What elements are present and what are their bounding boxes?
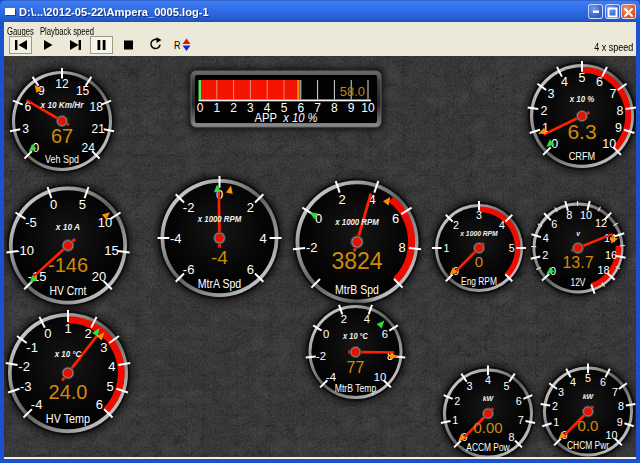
svg-text:-4: -4: [326, 371, 336, 383]
svg-text:3: 3: [547, 87, 554, 101]
svg-text:24: 24: [82, 141, 96, 155]
svg-text:CHCM Pwr: CHCM Pwr: [567, 440, 610, 451]
svg-text:-4: -4: [211, 247, 228, 268]
svg-text:0: 0: [315, 211, 322, 226]
svg-text:-146: -146: [48, 254, 88, 276]
svg-text:4: 4: [485, 374, 491, 386]
svg-text:-6: -6: [183, 262, 195, 277]
svg-text:10: 10: [602, 137, 616, 151]
svg-text:x 10 %: x 10 %: [569, 94, 595, 104]
svg-text:12V: 12V: [571, 277, 586, 288]
svg-text:4: 4: [561, 75, 568, 89]
svg-text:16: 16: [605, 249, 617, 261]
svg-text:12: 12: [595, 217, 607, 229]
svg-text:7: 7: [610, 87, 617, 101]
svg-text:8: 8: [566, 209, 572, 221]
svg-text:10: 10: [374, 371, 387, 383]
svg-text:6: 6: [392, 211, 399, 226]
svg-text:3: 3: [22, 122, 29, 136]
svg-text:x 10 °C: x 10 °C: [54, 349, 82, 359]
svg-text:13.7: 13.7: [562, 254, 593, 271]
svg-text:18: 18: [90, 100, 104, 114]
svg-text:3: 3: [476, 209, 482, 221]
svg-text:6: 6: [382, 328, 388, 340]
svg-text:2: 2: [552, 400, 558, 412]
svg-text:7: 7: [612, 386, 618, 398]
svg-text:9: 9: [348, 101, 355, 115]
svg-text:0.0: 0.0: [578, 417, 599, 434]
svg-text:1: 1: [553, 416, 559, 428]
svg-text:8: 8: [618, 400, 624, 412]
svg-text:58.0: 58.0: [340, 84, 365, 99]
svg-text:3: 3: [558, 386, 564, 398]
svg-text:67: 67: [51, 125, 73, 147]
svg-text:6: 6: [247, 262, 254, 277]
svg-text:2: 2: [542, 249, 548, 261]
svg-text:-4: -4: [31, 397, 43, 412]
svg-text:6: 6: [600, 376, 606, 388]
svg-text:kW: kW: [483, 394, 495, 403]
svg-text:Eng RPM: Eng RPM: [461, 276, 497, 287]
svg-text:5: 5: [79, 197, 86, 212]
svg-text:6: 6: [516, 395, 522, 407]
svg-text:x 1000 RPM: x 1000 RPM: [334, 217, 379, 227]
svg-text:2: 2: [230, 101, 237, 115]
svg-text:4: 4: [570, 376, 576, 388]
svg-text:0: 0: [323, 328, 329, 340]
svg-text:4: 4: [543, 232, 549, 244]
svg-text:-4: -4: [170, 231, 182, 246]
svg-text:x 1000 RPM: x 1000 RPM: [197, 214, 242, 224]
svg-text:MtrB Spd: MtrB Spd: [335, 283, 379, 297]
svg-text:3: 3: [100, 340, 107, 355]
svg-text:6: 6: [96, 397, 103, 412]
svg-text:v: v: [576, 229, 580, 238]
svg-text:2: 2: [453, 219, 459, 231]
svg-text:x 10 A: x 10 A: [55, 222, 80, 232]
svg-text:8: 8: [331, 101, 338, 115]
svg-text:2: 2: [541, 104, 548, 118]
svg-text:MtrB Temp: MtrB Temp: [335, 383, 377, 394]
svg-text:2: 2: [341, 313, 347, 325]
svg-text:2: 2: [247, 200, 254, 215]
svg-text:77: 77: [347, 359, 365, 376]
svg-text:2: 2: [338, 192, 345, 207]
svg-text:8: 8: [399, 240, 406, 255]
svg-text:-3: -3: [20, 379, 32, 394]
svg-text:1: 1: [452, 414, 458, 426]
svg-text:4: 4: [108, 359, 115, 374]
svg-text:kW: kW: [583, 392, 595, 401]
svg-text:-1: -1: [26, 340, 38, 355]
svg-text:10: 10: [605, 429, 617, 441]
svg-text:4: 4: [499, 219, 505, 231]
svg-text:5: 5: [107, 379, 114, 394]
svg-text:8: 8: [617, 104, 624, 118]
svg-text:3: 3: [247, 101, 254, 115]
svg-text:-10: -10: [15, 243, 34, 258]
svg-text:4: 4: [260, 231, 267, 246]
svg-text:7: 7: [518, 414, 524, 426]
svg-text:ACCM Pow: ACCM Pow: [466, 442, 510, 453]
svg-text:5: 5: [503, 380, 509, 392]
svg-text:2: 2: [454, 395, 460, 407]
svg-text:10: 10: [580, 209, 592, 221]
svg-text:9: 9: [615, 121, 622, 135]
svg-text:0: 0: [50, 197, 57, 212]
svg-text:6: 6: [596, 75, 603, 89]
svg-text:6.3: 6.3: [567, 120, 596, 143]
svg-text:12: 12: [55, 77, 69, 91]
svg-text:HV Crnt: HV Crnt: [50, 284, 87, 298]
svg-text:x 10 Km/Hr: x 10 Km/Hr: [40, 100, 85, 110]
svg-text:8: 8: [508, 431, 514, 443]
svg-text:0.00: 0.00: [473, 419, 502, 436]
svg-text:1: 1: [443, 242, 449, 254]
svg-text:5: 5: [509, 242, 515, 254]
svg-text:0: 0: [197, 101, 204, 115]
svg-text:APP x 10 %: APP x 10 %: [255, 111, 318, 125]
svg-text:MtrA Spd: MtrA Spd: [198, 277, 241, 291]
svg-text:20: 20: [92, 269, 106, 284]
svg-text:5: 5: [585, 372, 591, 384]
svg-text:2: 2: [85, 326, 92, 341]
svg-text:10: 10: [361, 101, 375, 115]
svg-text:1: 1: [213, 101, 220, 115]
svg-text:HV Temp: HV Temp: [46, 412, 90, 426]
